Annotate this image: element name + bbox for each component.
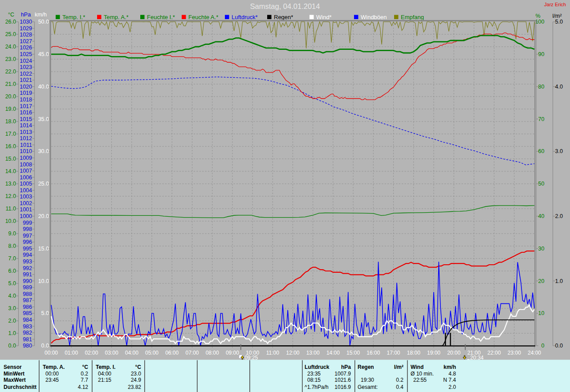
svg-text:22:55: 22:55 bbox=[413, 377, 427, 383]
svg-text:3.0: 3.0 bbox=[8, 305, 16, 311]
svg-text:1014: 1014 bbox=[20, 122, 32, 129]
svg-text:994: 994 bbox=[23, 252, 32, 258]
svg-text:Temp. I.*: Temp. I.* bbox=[62, 14, 85, 20]
svg-text:17.0: 17.0 bbox=[5, 131, 16, 137]
svg-text:7.0: 7.0 bbox=[8, 255, 16, 262]
svg-text:l/m²: l/m² bbox=[553, 13, 562, 19]
svg-text:1010: 1010 bbox=[20, 148, 32, 154]
svg-text:1003: 1003 bbox=[20, 194, 32, 200]
svg-text:60: 60 bbox=[538, 148, 545, 154]
svg-text:1013: 1013 bbox=[20, 129, 32, 135]
svg-text:Wind*: Wind* bbox=[316, 14, 332, 20]
svg-text:^1.7hPa/h: ^1.7hPa/h bbox=[305, 384, 329, 390]
svg-text:1021.6: 1021.6 bbox=[334, 377, 351, 383]
svg-text:km/h: km/h bbox=[35, 12, 47, 18]
svg-text:22.0: 22.0 bbox=[5, 69, 16, 75]
svg-text:984: 984 bbox=[23, 317, 32, 323]
svg-text:Ø 10 min.: Ø 10 min. bbox=[411, 371, 434, 377]
svg-text:Gesamt:: Gesamt: bbox=[358, 384, 378, 390]
svg-text:02:00: 02:00 bbox=[85, 350, 98, 356]
svg-text:%: % bbox=[535, 13, 540, 19]
svg-text:MaxWert: MaxWert bbox=[4, 377, 26, 383]
svg-text:1017: 1017 bbox=[20, 103, 32, 109]
svg-text:1.0: 1.0 bbox=[555, 278, 563, 284]
svg-text:19:30: 19:30 bbox=[361, 377, 374, 383]
svg-text:45.0: 45.0 bbox=[38, 51, 49, 57]
svg-text:1009: 1009 bbox=[20, 155, 32, 161]
svg-text:01:00: 01:00 bbox=[65, 350, 78, 356]
svg-text:986: 986 bbox=[23, 304, 32, 310]
svg-text:25.0: 25.0 bbox=[38, 181, 49, 187]
svg-text:1002: 1002 bbox=[20, 200, 32, 206]
svg-text:21:15: 21:15 bbox=[98, 377, 111, 383]
svg-text:°C: °C bbox=[8, 12, 14, 18]
svg-text:1006: 1006 bbox=[20, 174, 32, 181]
svg-text:20.0: 20.0 bbox=[38, 213, 49, 219]
svg-text:983: 983 bbox=[23, 323, 32, 330]
svg-text:23:35: 23:35 bbox=[307, 371, 321, 377]
svg-text:00:00: 00:00 bbox=[45, 350, 58, 356]
svg-text:50: 50 bbox=[538, 181, 545, 187]
svg-text:04:00: 04:00 bbox=[125, 350, 138, 356]
svg-text:4.8: 4.8 bbox=[448, 371, 456, 377]
svg-text:Jarz Erich: Jarz Erich bbox=[544, 2, 566, 7]
svg-text:12:00: 12:00 bbox=[286, 350, 299, 356]
svg-text:1008: 1008 bbox=[20, 162, 32, 168]
svg-text:2.0: 2.0 bbox=[8, 318, 16, 324]
svg-text:0: 0 bbox=[542, 343, 545, 349]
svg-text:09:00: 09:00 bbox=[226, 350, 239, 356]
svg-text:5.0: 5.0 bbox=[555, 19, 563, 25]
svg-text:°C: °C bbox=[135, 364, 142, 370]
svg-text:Regen: Regen bbox=[358, 364, 374, 370]
svg-text:1028: 1028 bbox=[20, 32, 32, 38]
svg-text:0.0: 0.0 bbox=[41, 343, 49, 349]
svg-text:9.0: 9.0 bbox=[8, 230, 16, 237]
svg-text:987: 987 bbox=[23, 297, 32, 303]
svg-text:0.0: 0.0 bbox=[8, 343, 16, 349]
svg-text:0.2: 0.2 bbox=[396, 377, 403, 383]
svg-text:1024: 1024 bbox=[20, 58, 32, 64]
svg-text:15.0: 15.0 bbox=[38, 246, 49, 252]
svg-text:981: 981 bbox=[23, 336, 32, 343]
svg-text:980: 980 bbox=[23, 343, 32, 349]
svg-text:11:00: 11:00 bbox=[266, 350, 279, 356]
svg-text:4.0: 4.0 bbox=[8, 293, 16, 299]
svg-text:1020: 1020 bbox=[20, 84, 32, 90]
svg-text:1023: 1023 bbox=[20, 64, 32, 70]
svg-text:19:00: 19:00 bbox=[427, 350, 440, 356]
svg-text:10.0: 10.0 bbox=[5, 218, 16, 224]
svg-text:7.7: 7.7 bbox=[81, 377, 88, 383]
svg-text:990: 990 bbox=[23, 278, 32, 284]
svg-text:23:45: 23:45 bbox=[45, 377, 59, 383]
svg-text:03:00: 03:00 bbox=[105, 350, 118, 356]
svg-text:35.0: 35.0 bbox=[38, 116, 49, 122]
svg-text:988: 988 bbox=[23, 291, 32, 297]
svg-text:14:00: 14:00 bbox=[326, 350, 340, 356]
svg-text:1000: 1000 bbox=[20, 213, 32, 219]
svg-text:20:00: 20:00 bbox=[447, 350, 460, 356]
svg-text:hPa: hPa bbox=[341, 364, 351, 370]
svg-text:18.0: 18.0 bbox=[5, 118, 16, 125]
svg-text:06:00: 06:00 bbox=[165, 350, 179, 356]
svg-text:24.9: 24.9 bbox=[131, 377, 142, 383]
svg-text:2.0: 2.0 bbox=[448, 384, 456, 390]
svg-text:0.0: 0.0 bbox=[555, 343, 563, 349]
svg-text:17:00: 17:00 bbox=[387, 350, 400, 356]
svg-text:km/h: km/h bbox=[444, 364, 456, 370]
svg-text:5.0: 5.0 bbox=[8, 280, 16, 287]
svg-text:1015: 1015 bbox=[20, 116, 32, 122]
svg-text:13.0: 13.0 bbox=[5, 181, 16, 187]
svg-text:90: 90 bbox=[538, 51, 545, 57]
svg-text:993: 993 bbox=[23, 259, 32, 265]
svg-text:982: 982 bbox=[23, 330, 32, 336]
svg-text:Empfang: Empfang bbox=[401, 14, 424, 20]
svg-text:°C: °C bbox=[82, 364, 89, 370]
svg-text:Feuchte I.*: Feuchte I.* bbox=[147, 14, 175, 20]
svg-text:Feuchte A.*: Feuchte A.* bbox=[188, 14, 218, 20]
svg-text:10: 10 bbox=[538, 310, 545, 316]
svg-text:1012: 1012 bbox=[20, 135, 32, 141]
svg-text:1026: 1026 bbox=[20, 44, 32, 51]
svg-text:23:00: 23:00 bbox=[508, 350, 521, 356]
svg-text:20: 20 bbox=[538, 278, 545, 284]
svg-text:16:00: 16:00 bbox=[366, 350, 380, 356]
